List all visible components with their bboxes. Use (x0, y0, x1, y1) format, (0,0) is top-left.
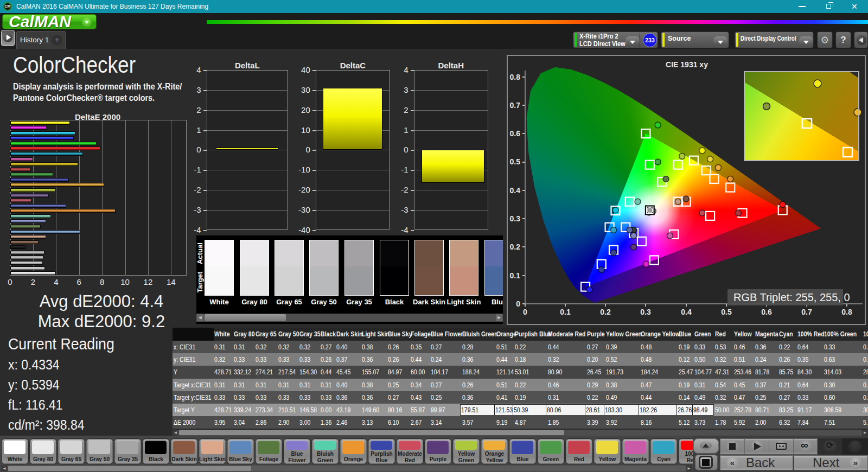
svg-text:0.6: 0.6 (510, 129, 521, 138)
svg-text:0.4: 0.4 (681, 308, 692, 316)
svg-text:0.5: 0.5 (510, 157, 521, 166)
svg-text:0.3: 0.3 (510, 214, 521, 223)
svg-text:0.6: 0.6 (761, 308, 772, 316)
svg-text:0.5: 0.5 (721, 308, 732, 316)
svg-text:0.3: 0.3 (640, 308, 651, 316)
svg-text:0.8: 0.8 (510, 73, 521, 81)
svg-text:0.7: 0.7 (801, 308, 812, 316)
svg-text:0.7: 0.7 (510, 101, 521, 110)
svg-text:CIE 1931 xy: CIE 1931 xy (666, 60, 708, 69)
svg-text:0.8: 0.8 (841, 308, 852, 316)
svg-text:0.2: 0.2 (600, 308, 611, 316)
svg-text:0: 0 (516, 299, 520, 308)
svg-text:0.1: 0.1 (510, 271, 521, 280)
svg-text:0.4: 0.4 (510, 186, 521, 195)
svg-text:0.2: 0.2 (510, 243, 521, 251)
svg-text:RGB Triplet: 255, 255, 0: RGB Triplet: 255, 255, 0 (733, 291, 850, 303)
svg-text:0: 0 (523, 308, 527, 316)
svg-text:0.1: 0.1 (560, 308, 571, 316)
